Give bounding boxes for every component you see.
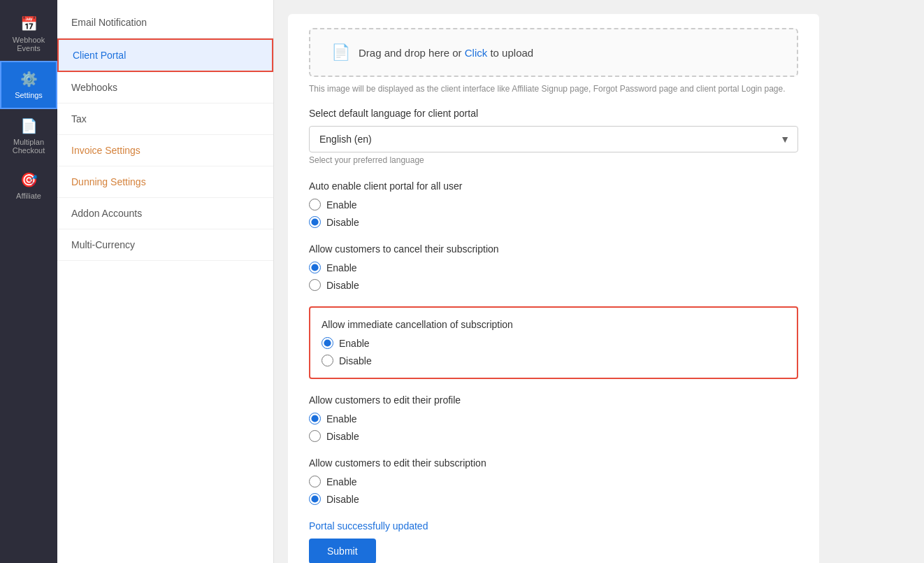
allow-cancel-label: Allow customers to cancel their subscrip… [309, 243, 798, 255]
secondary-sidebar-item-multi-currency[interactable]: Multi-Currency [57, 229, 273, 261]
settings-icon: ⚙️ [20, 71, 38, 87]
upload-text: Drag and drop here or Click to upload [359, 47, 533, 59]
language-section: Select default language for client porta… [309, 108, 798, 165]
upload-click-link[interactable]: Click [465, 47, 488, 59]
edit-subscription-radio-group: Enable Disable [309, 476, 798, 505]
affiliate-icon: 🎯 [20, 171, 38, 188]
sidebar-item-webhook-events[interactable]: 📅Webhook Events [0, 7, 57, 61]
submit-button[interactable]: Submit [309, 539, 376, 563]
secondary-sidebar-item-email-notification[interactable]: Email Notification [57, 7, 273, 38]
allow-cancel-disable-label: Disable [326, 280, 359, 291]
sidebar-item-settings[interactable]: ⚙️Settings [0, 61, 57, 109]
auto-enable-disable-radio[interactable] [309, 216, 321, 228]
success-message: Portal successfully updated [309, 520, 798, 532]
immediate-cancel-disable-option[interactable]: Disable [322, 355, 786, 366]
auto-enable-disable-label: Disable [326, 217, 359, 228]
auto-enable-radio-group: Enable Disable [309, 199, 798, 228]
secondary-sidebar-item-dunning-settings[interactable]: Dunning Settings [57, 166, 273, 198]
upload-area[interactable]: 📄 Drag and drop here or Click to upload [309, 28, 798, 77]
main-sidebar: 📅Webhook Events⚙️Settings📄Multiplan Chec… [0, 0, 57, 563]
sidebar-item-label: Affiliate [16, 192, 41, 200]
allow-cancel-enable-label: Enable [326, 262, 357, 273]
immediate-cancel-radio-group: Enable Disable [322, 337, 786, 366]
edit-profile-radio-group: Enable Disable [309, 413, 798, 442]
upload-icon: 📄 [331, 43, 350, 62]
immediate-cancel-enable-radio[interactable] [322, 337, 333, 349]
edit-subscription-disable-radio[interactable] [309, 493, 321, 505]
edit-profile-enable-option[interactable]: Enable [309, 413, 798, 425]
allow-cancel-enable-radio[interactable] [309, 262, 321, 273]
allow-cancel-disable-option[interactable]: Disable [309, 279, 798, 291]
edit-subscription-enable-option[interactable]: Enable [309, 476, 798, 487]
edit-profile-section: Allow customers to edit their profile En… [309, 394, 798, 442]
edit-subscription-enable-label: Enable [326, 476, 357, 487]
sidebar-item-affiliate[interactable]: 🎯Affiliate [0, 163, 57, 208]
edit-subscription-label: Allow customers to edit their subscripti… [309, 457, 798, 469]
secondary-sidebar-item-client-portal[interactable]: Client Portal [57, 38, 273, 72]
content-area: 📄 Drag and drop here or Click to upload … [274, 0, 924, 563]
edit-profile-disable-option[interactable]: Disable [309, 430, 798, 442]
language-select[interactable]: English (en)French (fr)Spanish (es)Germa… [309, 126, 798, 152]
sidebar-item-label: Settings [15, 91, 43, 99]
edit-profile-disable-label: Disable [326, 431, 359, 442]
edit-subscription-enable-radio[interactable] [309, 476, 321, 487]
edit-subscription-disable-option[interactable]: Disable [309, 493, 798, 505]
content-card: 📄 Drag and drop here or Click to upload … [288, 14, 819, 563]
auto-enable-section: Auto enable client portal for all user E… [309, 180, 798, 228]
immediate-cancel-enable-label: Enable [339, 338, 370, 349]
auto-enable-enable-label: Enable [326, 199, 357, 211]
allow-cancel-disable-radio[interactable] [309, 279, 321, 291]
immediate-cancel-section: Allow immediate cancellation of subscrip… [309, 306, 798, 379]
sidebar-item-multiplan-checkout[interactable]: 📄Multiplan Checkout [0, 109, 57, 163]
allow-cancel-radio-group: Enable Disable [309, 262, 798, 291]
secondary-sidebar-item-addon-accounts[interactable]: Addon Accounts [57, 198, 273, 229]
language-dropdown-wrapper: English (en)French (fr)Spanish (es)Germa… [309, 126, 798, 152]
secondary-sidebar-item-webhooks[interactable]: Webhooks [57, 72, 273, 104]
edit-subscription-disable-label: Disable [326, 494, 359, 505]
edit-profile-label: Allow customers to edit their profile [309, 394, 798, 406]
secondary-sidebar: Email NotificationClient PortalWebhooksT… [57, 0, 274, 563]
edit-profile-disable-radio[interactable] [309, 430, 321, 442]
edit-profile-enable-radio[interactable] [309, 413, 321, 425]
webhook-events-icon: 📅 [20, 15, 38, 32]
immediate-cancel-enable-option[interactable]: Enable [322, 337, 786, 349]
sidebar-item-label: Webhook Events [4, 36, 53, 52]
language-hint: Select your preferred language [309, 155, 798, 165]
auto-enable-disable-option[interactable]: Disable [309, 216, 798, 228]
immediate-cancel-label: Allow immediate cancellation of subscrip… [322, 319, 786, 330]
auto-enable-label: Auto enable client portal for all user [309, 180, 798, 192]
auto-enable-enable-radio[interactable] [309, 199, 321, 211]
auto-enable-enable-option[interactable]: Enable [309, 199, 798, 211]
edit-profile-enable-label: Enable [326, 413, 357, 425]
immediate-cancel-disable-label: Disable [339, 355, 372, 366]
allow-cancel-section: Allow customers to cancel their subscrip… [309, 243, 798, 291]
secondary-sidebar-item-invoice-settings[interactable]: Invoice Settings [57, 135, 273, 166]
language-label: Select default language for client porta… [309, 108, 798, 119]
edit-subscription-section: Allow customers to edit their subscripti… [309, 457, 798, 505]
allow-cancel-enable-option[interactable]: Enable [309, 262, 798, 273]
main-area: Email NotificationClient PortalWebhooksT… [57, 0, 924, 563]
secondary-sidebar-item-tax[interactable]: Tax [57, 104, 273, 135]
sidebar-item-label: Multiplan Checkout [4, 138, 53, 155]
upload-hint: This image will be displayed as the clie… [309, 84, 798, 94]
multiplan-checkout-icon: 📄 [20, 117, 38, 134]
immediate-cancel-disable-radio[interactable] [322, 355, 333, 366]
